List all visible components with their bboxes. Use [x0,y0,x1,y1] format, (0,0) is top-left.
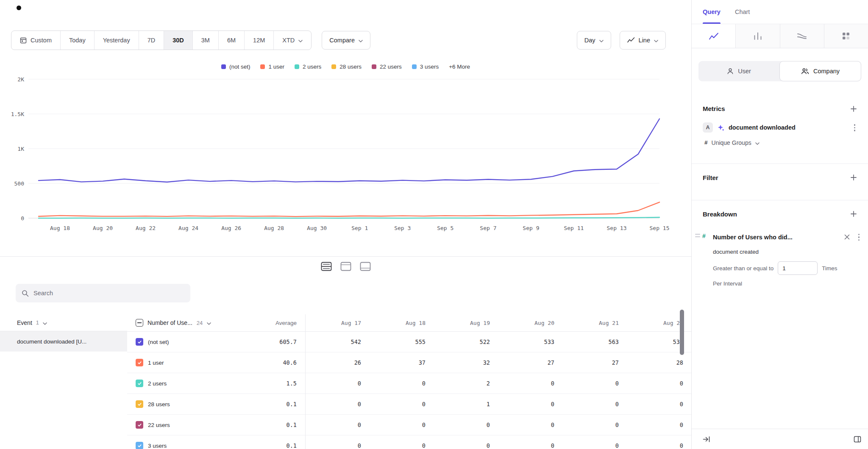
series-label-cell: 22 users [127,415,233,435]
range-button-6m[interactable]: 6M [218,31,244,50]
aggregation-selector[interactable]: # Unique Groups [703,139,857,147]
date-value: 0 [370,435,434,449]
range-label: 7D [147,37,156,44]
legend-item[interactable]: 28 users [331,64,362,70]
range-button-3m[interactable]: 3M [192,31,218,50]
date-value: 0 [627,415,691,435]
breakdown-event-name: document created [713,249,861,255]
range-button-30d[interactable]: 30D [164,31,192,50]
panel-toggle-icon[interactable] [854,436,861,443]
svg-text:1.5K: 1.5K [11,111,24,117]
metric-item[interactable]: A document downloaded # Unique Groups [703,122,857,147]
tab-chart[interactable]: Chart [735,0,750,24]
vertical-scrollbar[interactable] [680,310,684,355]
section-divider [692,200,868,200]
date-value: 0 [563,373,627,394]
legend-swatch [260,64,265,69]
date-value: 533 [498,332,563,352]
add-filter-button[interactable] [850,174,857,181]
condition-label: Greater than or equal to [713,265,773,272]
range-button-12m[interactable]: 12M [244,31,273,50]
table-row: 1 user40.6263732272728 [127,352,691,373]
series-column-header[interactable]: Number of Use... 24 [127,314,233,331]
report-main: CustomTodayYesterday7D30D3M6M12MXTD Comp… [0,0,691,449]
date-value: 0 [434,415,498,435]
search-input[interactable] [33,290,184,297]
series-checkbox[interactable] [136,421,143,429]
retention-grid-tab[interactable] [824,24,868,48]
series-checkbox[interactable] [136,359,143,366]
legend-swatch [331,64,336,69]
range-button-7d[interactable]: 7D [139,31,164,50]
line-chart[interactable]: 05001K1.5K2KAug 18Aug 20Aug 22Aug 24Aug … [0,71,691,237]
event-row-selected[interactable]: document downloaded [U... [0,331,127,352]
date-column-header: Aug 17 [305,314,370,331]
drag-handle-icon[interactable] [695,234,700,237]
select-all-checkbox[interactable] [136,319,143,327]
range-button-today[interactable]: Today [60,31,94,50]
add-breakdown-button[interactable] [850,211,857,217]
svg-text:1K: 1K [17,146,24,152]
per-interval-label: Per Interval [713,280,861,287]
chart-type-button[interactable]: Line [620,31,666,50]
event-column-header[interactable]: Event 1 [0,314,127,331]
series-checkbox[interactable] [136,380,143,387]
insights-chart-tab[interactable] [692,24,735,48]
split-view-button[interactable] [319,260,334,273]
series-checkbox[interactable] [136,338,143,346]
series-checkbox[interactable] [136,400,143,408]
breakdown-options-icon[interactable] [857,232,862,243]
legend-label: 22 users [380,64,402,70]
range-button-yesterday[interactable]: Yesterday [94,31,139,50]
svg-text:Aug 22: Aug 22 [136,225,156,231]
event-column: Event 1 document downloaded [U... [0,314,127,449]
date-value: 28 [627,352,691,373]
legend-item[interactable]: (not set) [221,64,250,70]
range-button-xtd[interactable]: XTD [273,31,311,50]
chart-type-label: Line [639,37,650,44]
series-checkbox[interactable] [136,442,143,449]
date-value: 0 [563,435,627,449]
series-label: 3 users [148,443,167,449]
range-label: 12M [253,37,265,44]
legend-item[interactable]: 3 users [412,64,439,70]
collapse-panel-icon[interactable] [703,436,710,443]
date-value: 0 [305,435,370,449]
add-metric-button[interactable] [850,105,857,112]
legend-item[interactable]: 2 users [295,64,321,70]
metric-event-name: document downloaded [729,124,848,131]
table-only-view-button[interactable] [358,260,373,273]
interval-button[interactable]: Day [577,31,611,50]
tab-query[interactable]: Query [703,0,721,24]
entity-user-segment[interactable]: User [698,61,779,81]
bar-chart-tab[interactable] [735,24,779,48]
range-label: Custom [31,37,52,44]
series-label: 28 users [148,401,170,407]
metric-options-icon[interactable] [852,122,857,133]
svg-text:500: 500 [14,180,24,187]
remove-breakdown-icon[interactable] [844,234,850,240]
date-column-header: Aug 20 [498,314,563,331]
legend-item[interactable]: 1 user [260,64,284,70]
times-value-input[interactable] [778,261,818,275]
results-table: Event 1 document downloaded [U... Number… [0,314,691,449]
breakdown-item[interactable]: # Number of Users who did... document cr… [692,232,861,287]
svg-text:Sep 5: Sep 5 [437,225,453,231]
flows-chart-tab[interactable] [780,24,824,48]
average-value: 0.1 [233,394,305,414]
chevron-down-icon [755,139,760,147]
entity-company-segment[interactable]: Company [779,61,861,81]
average-value: 0.1 [233,415,305,435]
date-value: 0 [627,435,691,449]
compare-button[interactable]: Compare [322,31,370,50]
legend-item[interactable]: 22 users [372,64,402,70]
date-value: 27 [563,352,627,373]
series-label-cell: (not set) [127,332,233,352]
date-value: 0 [370,415,434,435]
average-column-header: Average [233,314,305,331]
legend-more-button[interactable]: +6 More [449,64,470,70]
range-button-custom[interactable]: Custom [11,31,60,50]
range-label: XTD [282,37,295,44]
legend-label: 1 user [268,64,284,70]
chart-only-view-button[interactable] [339,260,353,273]
